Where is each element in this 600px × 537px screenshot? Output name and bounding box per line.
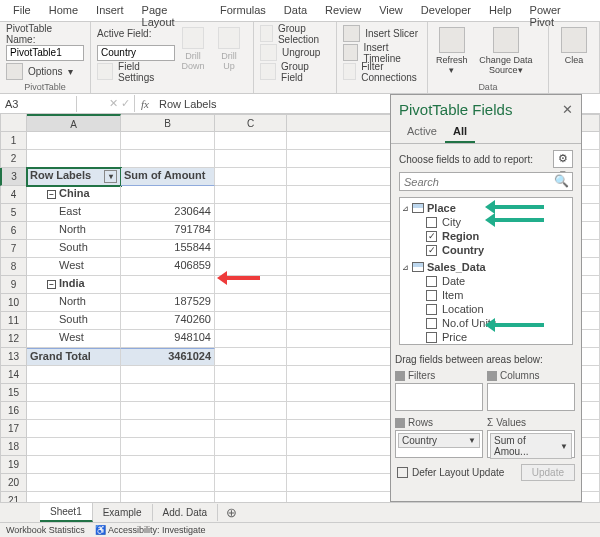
refresh-button[interactable]: Refresh▾ xyxy=(434,25,470,81)
collapse-icon[interactable]: − xyxy=(47,280,56,289)
cell[interactable] xyxy=(215,240,287,258)
chevron-down-icon[interactable]: ▼ xyxy=(560,442,568,451)
cell[interactable] xyxy=(27,366,121,384)
cell[interactable] xyxy=(121,402,215,420)
cell[interactable] xyxy=(215,294,287,312)
gear-icon[interactable]: ⚙ ▾ xyxy=(553,150,573,168)
cell[interactable] xyxy=(27,474,121,492)
cell[interactable] xyxy=(215,132,287,150)
row-header[interactable]: 20 xyxy=(0,474,27,492)
checkbox-icon[interactable] xyxy=(426,304,437,315)
cell[interactable] xyxy=(121,474,215,492)
field-country[interactable]: Country xyxy=(402,243,570,257)
activefield-input[interactable] xyxy=(97,45,175,61)
defer-layout-checkbox[interactable]: Defer Layout Update xyxy=(397,467,504,479)
cell[interactable] xyxy=(121,132,215,150)
row-header[interactable]: 18 xyxy=(0,438,27,456)
row-header[interactable]: 4 xyxy=(0,186,27,204)
accessibility-status[interactable]: ♿ Accessibility: Investigate xyxy=(95,525,206,535)
cell[interactable] xyxy=(215,312,287,330)
workbook-stats[interactable]: Workbook Statistics xyxy=(6,525,85,535)
fx-icon[interactable]: fx xyxy=(135,96,155,112)
row-header[interactable]: 1 xyxy=(0,132,27,150)
cell[interactable]: 3461024 xyxy=(121,348,215,366)
row-header[interactable]: 9 xyxy=(0,276,27,294)
cell[interactable] xyxy=(215,474,287,492)
formula-text[interactable]: Row Labels xyxy=(155,96,220,112)
tab-pagelayout[interactable]: Page Layout xyxy=(133,0,211,21)
cell[interactable] xyxy=(215,366,287,384)
rows-dropzone[interactable]: Country▼ xyxy=(395,430,483,458)
cell[interactable] xyxy=(121,366,215,384)
field-amount[interactable]: Amount xyxy=(402,344,570,345)
tab-developer[interactable]: Developer xyxy=(412,0,480,21)
tab-active[interactable]: Active xyxy=(399,122,445,143)
cell[interactable] xyxy=(27,402,121,420)
cell[interactable] xyxy=(215,456,287,474)
field-item[interactable]: Item xyxy=(402,288,570,302)
close-icon[interactable]: ✕ xyxy=(562,102,573,117)
col-header[interactable]: C xyxy=(215,114,287,132)
cell[interactable] xyxy=(121,438,215,456)
cell[interactable] xyxy=(215,222,287,240)
col-header[interactable]: B xyxy=(121,114,215,132)
cell[interactable]: 406859 xyxy=(121,258,215,276)
checkbox-icon[interactable] xyxy=(426,217,437,228)
collapse-icon[interactable]: − xyxy=(47,190,56,199)
values-dropzone[interactable]: Sum of Amou...▼ xyxy=(487,430,575,458)
tab-insert[interactable]: Insert xyxy=(87,0,133,21)
cell[interactable] xyxy=(215,384,287,402)
sheet-tab[interactable]: Sheet1 xyxy=(40,503,93,522)
cell[interactable]: Grand Total xyxy=(27,348,121,366)
chevron-down-icon[interactable]: ▼ xyxy=(468,436,476,445)
cell[interactable]: West xyxy=(27,330,121,348)
checkbox-checked-icon[interactable] xyxy=(426,245,437,256)
field-location[interactable]: Location xyxy=(402,302,570,316)
cell[interactable] xyxy=(215,150,287,168)
cell[interactable] xyxy=(27,438,121,456)
field-date[interactable]: Date xyxy=(402,274,570,288)
filter-dropdown-icon[interactable]: ▾ xyxy=(104,170,117,183)
cell[interactable]: North xyxy=(27,294,121,312)
cell[interactable]: 187529 xyxy=(121,294,215,312)
row-header[interactable]: 10 xyxy=(0,294,27,312)
row-header[interactable]: 5 xyxy=(0,204,27,222)
changedata-button[interactable]: Change Data Source▾ xyxy=(470,25,542,81)
value-pill-amount[interactable]: Sum of Amou...▼ xyxy=(490,433,572,459)
row-pill-country[interactable]: Country▼ xyxy=(398,433,480,448)
search-input[interactable] xyxy=(399,172,573,191)
row-header[interactable]: 8 xyxy=(0,258,27,276)
row-header[interactable]: 11 xyxy=(0,312,27,330)
row-header[interactable]: 3 xyxy=(0,168,27,186)
cell[interactable]: 740260 xyxy=(121,312,215,330)
cell[interactable]: −China xyxy=(27,186,121,204)
tab-file[interactable]: File xyxy=(4,0,40,21)
cell[interactable]: Sum of Amount xyxy=(121,168,215,186)
tab-all[interactable]: All xyxy=(445,122,475,143)
cell-rowlabels[interactable]: Row Labels▾ xyxy=(27,168,121,186)
cell[interactable] xyxy=(215,204,287,222)
cell[interactable]: 155844 xyxy=(121,240,215,258)
cell[interactable] xyxy=(27,456,121,474)
tab-formulas[interactable]: Formulas xyxy=(211,0,275,21)
row-header[interactable]: 16 xyxy=(0,402,27,420)
row-header[interactable]: 12 xyxy=(0,330,27,348)
sheet-tab[interactable]: Example xyxy=(93,504,153,521)
cell[interactable] xyxy=(121,276,215,294)
cell[interactable]: South xyxy=(27,312,121,330)
cell[interactable] xyxy=(121,456,215,474)
row-header[interactable]: 7 xyxy=(0,240,27,258)
cell[interactable]: 791784 xyxy=(121,222,215,240)
checkbox-checked-icon[interactable] xyxy=(426,231,437,242)
cell[interactable] xyxy=(121,186,215,204)
filters-dropzone[interactable] xyxy=(395,383,483,411)
cell[interactable] xyxy=(215,402,287,420)
row-header[interactable]: 14 xyxy=(0,366,27,384)
cell[interactable]: −India xyxy=(27,276,121,294)
tab-home[interactable]: Home xyxy=(40,0,87,21)
insertslicer-button[interactable]: Insert Slicer xyxy=(365,28,418,39)
clear-button[interactable]: Clea xyxy=(555,25,593,67)
row-header[interactable]: 13 xyxy=(0,348,27,366)
cell[interactable] xyxy=(27,132,121,150)
select-all-corner[interactable] xyxy=(0,114,27,132)
